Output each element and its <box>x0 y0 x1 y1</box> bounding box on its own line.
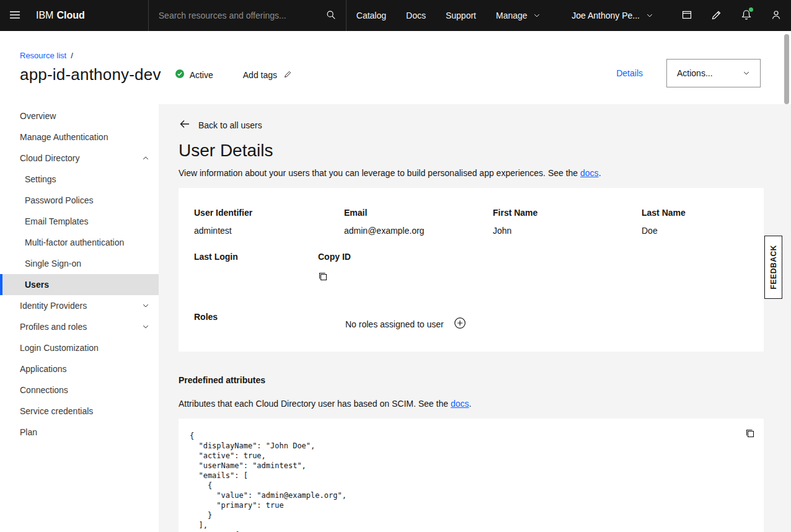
nav-catalog[interactable]: Catalog <box>347 0 396 31</box>
add-tags-button[interactable]: Add tags <box>243 69 293 81</box>
chevron-down-icon <box>142 302 149 309</box>
page-header: Resource list/ app-id-anthony-dev Active… <box>0 31 791 104</box>
profile-button[interactable] <box>761 0 791 31</box>
sidebar: Overview Manage Authentication Cloud Dir… <box>0 104 159 532</box>
field-email: Email admin@example.org <box>344 208 493 236</box>
feedback-label: FEEDBACK <box>769 245 778 289</box>
sidebar-item-label: Email Templates <box>25 216 88 226</box>
sidebar-item-settings[interactable]: Settings <box>0 169 159 190</box>
status-label: Active <box>190 70 213 80</box>
sidebar-item-label: Login Customization <box>20 343 99 353</box>
search-input[interactable] <box>149 0 316 31</box>
code-line: ], <box>190 520 751 530</box>
second-field-row: Last Login Copy ID <box>194 252 749 283</box>
sidebar-item-service-credentials[interactable]: Service credentials <box>0 401 159 422</box>
notifications-button[interactable] <box>731 0 761 31</box>
code-line: "userName": "admintest", <box>190 461 751 471</box>
sidebar-item-manage-authentication[interactable]: Manage Authentication <box>0 126 159 148</box>
predefined-attributes-heading: Predefined attributes <box>179 375 764 385</box>
code-line: "emails": [ <box>190 471 751 481</box>
feedback-edit-button[interactable] <box>702 0 731 31</box>
chevron-down-icon <box>743 69 750 77</box>
back-arrow-icon <box>179 118 191 132</box>
titlebar-actions: Details Actions... <box>616 59 761 87</box>
description-text: . <box>599 168 601 178</box>
hamburger-menu-button[interactable] <box>0 0 30 31</box>
content-area: Back to all users User Details View info… <box>159 104 791 532</box>
edit-tags-icon <box>283 69 293 81</box>
field-label: Last Login <box>194 252 318 262</box>
sidebar-item-label: Manage Authentication <box>20 132 108 142</box>
search-icon <box>325 9 337 22</box>
nav-support[interactable]: Support <box>436 0 486 31</box>
code-line: "displayName": "John Doe", <box>190 441 751 451</box>
details-link[interactable]: Details <box>616 68 643 78</box>
actions-dropdown[interactable]: Actions... <box>666 59 761 87</box>
account-menu[interactable]: Joe Anthony Pe... <box>562 0 663 31</box>
sidebar-item-password-polices[interactable]: Password Polices <box>0 190 159 211</box>
docs-link[interactable]: docs <box>451 399 469 409</box>
scim-attributes-code-block: { "displayName": "John Doe", "active": t… <box>179 419 764 532</box>
feedback-tab[interactable]: FEEDBACK <box>764 236 782 299</box>
sidebar-item-label: Overview <box>20 111 56 121</box>
edit-icon <box>710 9 723 23</box>
sidebar-item-label: Profiles and roles <box>20 322 87 332</box>
sidebar-item-label: Identity Providers <box>20 301 87 311</box>
page-description: View information about your users that y… <box>179 168 764 178</box>
sidebar-item-label: Service credentials <box>20 406 93 416</box>
copy-id-button[interactable] <box>318 272 328 283</box>
status-badge: Active <box>175 69 213 81</box>
actions-label: Actions... <box>677 68 713 78</box>
sidebar-item-single-sign-on[interactable]: Single Sign-on <box>0 253 159 274</box>
roles-value: No roles assigned to user <box>345 317 466 331</box>
breadcrumb-separator: / <box>71 51 73 60</box>
sidebar-item-login-customization[interactable]: Login Customization <box>0 337 159 358</box>
ibm-cloud-logo[interactable]: IBM Cloud <box>30 0 95 31</box>
chevron-down-icon <box>533 12 541 19</box>
sidebar-item-label: Plan <box>20 427 37 437</box>
sidebar-item-users[interactable]: Users <box>0 274 159 295</box>
sidebar-item-identity-providers[interactable]: Identity Providers <box>0 295 159 316</box>
sidebar-item-plan[interactable]: Plan <box>0 422 159 443</box>
nav-manage[interactable]: Manage <box>486 0 550 31</box>
add-plus-circle-icon <box>454 317 466 331</box>
window-button[interactable] <box>672 0 702 31</box>
sidebar-item-applications[interactable]: Applications <box>0 358 159 379</box>
sidebar-item-label: Connections <box>20 385 68 395</box>
field-label: Email <box>344 208 493 218</box>
user-avatar-icon <box>770 9 782 23</box>
back-to-all-users-link[interactable]: Back to all users <box>179 118 262 132</box>
docs-link[interactable]: docs <box>580 168 599 178</box>
copy-code-button[interactable] <box>745 428 755 440</box>
sidebar-item-multi-factor-authentication[interactable]: Multi-factor authentication <box>0 232 159 253</box>
sidebar-item-overview[interactable]: Overview <box>0 105 159 126</box>
nav-label: Manage <box>496 11 528 20</box>
field-label: Copy ID <box>318 252 442 262</box>
sidebar-item-profiles-and-roles[interactable]: Profiles and roles <box>0 316 159 337</box>
roles-label: Roles <box>194 312 345 322</box>
sidebar-item-label: Settings <box>25 174 56 184</box>
breadcrumb-resource-list-link[interactable]: Resource list <box>20 51 66 60</box>
field-last-login: Last Login <box>194 252 318 283</box>
logo-suffix: Cloud <box>56 10 84 21</box>
field-last-name: Last Name Doe <box>642 208 749 236</box>
code-line: "primary": true <box>190 500 751 510</box>
code-line: } <box>190 510 751 520</box>
search-button[interactable] <box>316 0 346 31</box>
nav-docs[interactable]: Docs <box>396 0 436 31</box>
top-header: IBM Cloud Catalog Docs Support Manage Jo… <box>0 0 791 31</box>
field-value: Doe <box>642 226 749 236</box>
field-value: admintest <box>194 226 344 236</box>
scrollbar-thumb[interactable] <box>784 34 789 104</box>
main-layout: Overview Manage Authentication Cloud Dir… <box>0 104 791 532</box>
code-line: { <box>190 431 751 441</box>
add-role-button[interactable] <box>454 317 466 331</box>
sidebar-item-connections[interactable]: Connections <box>0 379 159 401</box>
sidebar-item-label: Cloud Directory <box>20 153 79 163</box>
back-link-label: Back to all users <box>198 120 262 130</box>
roles-empty-text: No roles assigned to user <box>345 319 444 329</box>
code-line: { <box>190 481 751 490</box>
sidebar-item-cloud-directory[interactable]: Cloud Directory <box>0 148 159 169</box>
sidebar-item-email-templates[interactable]: Email Templates <box>0 211 159 232</box>
roles-row: Roles No roles assigned to user <box>194 312 749 331</box>
